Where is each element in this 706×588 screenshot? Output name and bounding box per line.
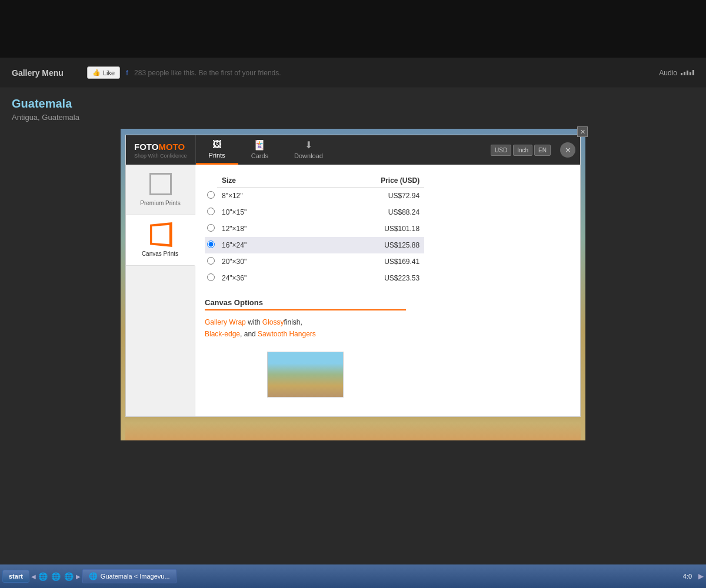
size-radio-input[interactable] <box>207 224 215 232</box>
logo-sub: Shop With Confidence <box>134 153 187 159</box>
size-radio-input[interactable] <box>207 257 215 265</box>
size-label: 12"×18" <box>217 220 303 237</box>
outer-close-icon[interactable]: ✕ <box>577 126 588 137</box>
tab-prints[interactable]: 🖼 Prints <box>196 135 238 165</box>
download-tab-icon: ⬇ <box>305 139 312 151</box>
taskbar-ie-icon-1[interactable]: 🌐 <box>37 570 49 582</box>
tab-cards[interactable]: 🃏 Cards <box>238 135 281 165</box>
canvas-prints-label: Canvas Prints <box>142 250 178 257</box>
premium-prints-label: Premium Prints <box>140 200 180 206</box>
gallery-menu-label: Gallery Menu <box>12 68 64 78</box>
size-price-table: Size Price (USD) 8"×12"US$72.9410"×15"US… <box>205 174 424 286</box>
preview-container <box>205 352 406 397</box>
size-radio-input[interactable] <box>207 273 215 281</box>
cards-tab-label: Cards <box>251 152 268 159</box>
premium-prints-icon <box>149 173 172 195</box>
main-content: Guatemala Antigua, Guatemala ✕ FOTOMOTO … <box>0 88 706 564</box>
dialog-close-button[interactable]: ✕ <box>560 142 575 158</box>
sidebar-item-canvas-prints[interactable]: Canvas Prints <box>126 215 195 266</box>
size-radio-cell[interactable] <box>205 188 217 204</box>
header-bar: Gallery Menu 👍 Prints Like f 283 people … <box>0 58 706 88</box>
logo-moto: MOTO <box>158 142 185 152</box>
dialog-body: Premium Prints Canvas Prints <box>126 165 580 416</box>
size-radio-cell[interactable] <box>205 204 217 220</box>
price-value: US$169.41 <box>303 253 424 270</box>
currency-usd-button[interactable]: USD <box>491 145 511 156</box>
canvas-options-title: Canvas Options <box>205 298 406 310</box>
size-label: 10"×15" <box>217 204 303 220</box>
cards-tab-icon: 🃏 <box>254 139 265 151</box>
gallery-wrap-link[interactable]: Gallery Wrap <box>205 318 246 326</box>
currency-controls: USD Inch EN <box>486 135 555 165</box>
size-radio-cell[interactable] <box>205 270 217 286</box>
size-radio-input[interactable] <box>207 191 215 199</box>
prints-tab-icon: 🖼 <box>212 139 222 150</box>
unit-inch-button[interactable]: Inch <box>513 145 532 156</box>
taskbar-ie-icon-2[interactable]: 🌐 <box>50 570 62 582</box>
table-row[interactable]: 12"×18"US$101.18 <box>205 220 424 237</box>
taskbar-ie-icon-3[interactable]: 🌐 <box>63 570 75 582</box>
black-edge-link[interactable]: Black-edge <box>205 330 240 338</box>
fotomoto-tabs: 🖼 Prints 🃏 Cards ⬇ Download <box>196 135 487 165</box>
size-label: 8"×12" <box>217 188 303 204</box>
taskbar-time: 4:0 <box>678 573 697 580</box>
table-row[interactable]: 24"×36"US$223.53 <box>205 270 424 286</box>
logo-foto: FOTO <box>134 142 158 152</box>
ftm-main-panel: Size Price (USD) 8"×12"US$72.9410"×15"US… <box>195 165 580 416</box>
language-en-button[interactable]: EN <box>534 145 551 156</box>
tab-download[interactable]: ⬇ Download <box>281 135 336 165</box>
taskbar-window-button[interactable]: 🌐 Guatemala < Imagevu... <box>82 569 176 583</box>
price-value: US$223.53 <box>303 270 424 286</box>
taskbar-arrow-icon[interactable]: ◀ <box>31 573 36 580</box>
photo-frame: ✕ FOTOMOTO Shop With Confidence 🖼 <box>121 129 585 440</box>
taskbar-icons: ◀ 🌐 🌐 🌐 ▶ <box>31 570 81 582</box>
canvas-prints-icon <box>150 222 172 247</box>
top-bar <box>0 0 706 58</box>
size-radio-cell[interactable] <box>205 237 217 253</box>
like-count-text: 283 people like this. Be the first of yo… <box>134 69 281 77</box>
taskbar-ie-icon: 🌐 <box>89 572 98 580</box>
price-value: US$72.94 <box>303 188 424 204</box>
ftm-sidebar: Premium Prints Canvas Prints <box>126 165 195 416</box>
thumbs-up-icon: 👍 <box>92 69 101 76</box>
price-value: US$125.88 <box>303 237 424 253</box>
size-label: 16"×24" <box>217 237 303 253</box>
size-label: 24"×36" <box>217 270 303 286</box>
audio-bars-icon <box>681 70 694 75</box>
table-row[interactable]: 8"×12"US$72.94 <box>205 188 424 204</box>
facebook-icon: f <box>126 69 128 77</box>
table-row[interactable]: 16"×24"US$125.88 <box>205 237 424 253</box>
taskbar-right-arrow-icon[interactable]: ▶ <box>698 572 704 580</box>
fotomoto-header: FOTOMOTO Shop With Confidence 🖼 Prints 🃏… <box>126 135 580 165</box>
sawtooth-link[interactable]: Sawtooth Hangers <box>258 330 316 338</box>
audio-section: Audio <box>659 69 694 77</box>
col-header-price: Price (USD) <box>303 174 424 188</box>
prints-tab-label: Prints <box>209 152 225 159</box>
taskbar-window-label: Guatemala < Imagevu... <box>101 573 170 580</box>
size-radio-cell[interactable] <box>205 220 217 237</box>
location-subtitle: Antigua, Guatemala <box>12 113 694 122</box>
fotomoto-dialog: FOTOMOTO Shop With Confidence 🖼 Prints 🃏… <box>125 135 581 417</box>
table-row[interactable]: 20"×30"US$169.41 <box>205 253 424 270</box>
like-button[interactable]: 👍 Prints Like <box>87 66 120 79</box>
size-radio-input[interactable] <box>207 240 215 248</box>
like-section: 👍 Prints Like f 283 people like this. Be… <box>87 66 281 79</box>
audio-label: Audio <box>659 69 677 77</box>
sidebar-item-premium-prints[interactable]: Premium Prints <box>126 165 195 215</box>
glossy-link[interactable]: Glossy <box>262 318 284 326</box>
download-tab-label: Download <box>294 152 323 159</box>
size-radio-cell[interactable] <box>205 253 217 270</box>
canvas-options-section: Canvas Options Gallery Wrap with Glossyf… <box>205 298 571 340</box>
col-header-radio <box>205 174 217 188</box>
location-title: Guatemala <box>12 97 694 111</box>
price-value: US$88.24 <box>303 204 424 220</box>
size-radio-input[interactable] <box>207 208 215 215</box>
start-button[interactable]: start <box>2 570 29 583</box>
taskbar-arrow-right-icon[interactable]: ▶ <box>76 573 81 580</box>
taskbar: start ◀ 🌐 🌐 🌐 ▶ 🌐 Guatemala < Imagevu...… <box>0 564 706 588</box>
canvas-options-text: Gallery Wrap with Glossyfinish, Black-ed… <box>205 316 571 340</box>
fotomoto-logo: FOTOMOTO Shop With Confidence <box>126 135 196 165</box>
price-value: US$101.18 <box>303 220 424 237</box>
preview-image <box>267 352 344 397</box>
table-row[interactable]: 10"×15"US$88.24 <box>205 204 424 220</box>
